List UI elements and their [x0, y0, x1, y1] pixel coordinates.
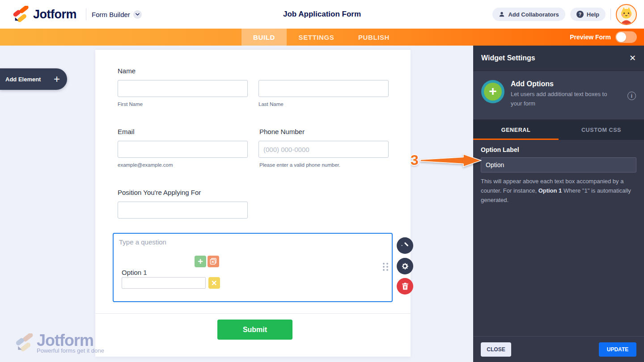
widget-info-section: + Add Options Let users add additional t… — [473, 71, 644, 120]
position-input[interactable] — [118, 202, 248, 219]
gear-icon — [401, 262, 409, 270]
annotation-arrow-icon — [419, 153, 482, 168]
close-button[interactable]: CLOSE — [481, 342, 511, 357]
widget-settings-header: Widget Settings ✕ — [473, 46, 644, 71]
person-icon — [499, 11, 505, 17]
info-icon[interactable]: i — [627, 92, 636, 100]
top-header: Jotform Form Builder Job Application For… — [0, 0, 644, 29]
add-element-button[interactable]: Add Element + — [0, 68, 67, 90]
widget-question-placeholder[interactable]: Type a question — [119, 238, 166, 246]
jotform-logo-icon — [13, 6, 30, 23]
name-field-label[interactable]: Name — [118, 67, 136, 75]
first-name-sublabel: First Name — [118, 101, 143, 107]
tab-publish[interactable]: PUBLISH — [346, 29, 402, 46]
widget-add-option-button[interactable]: + — [195, 256, 206, 267]
option-label-help-text: This will appear above each text box acc… — [481, 177, 638, 205]
phone-sublabel: Please enter a valid phone number. — [259, 162, 340, 168]
last-name-input[interactable] — [258, 80, 389, 97]
jotform-logo[interactable]: Jotform — [13, 6, 76, 23]
preview-form-label: Preview Form — [570, 34, 611, 41]
widget-settings-title: Widget Settings — [481, 54, 535, 62]
builder-nav-bar: BUILD SETTINGS PUBLISH Preview Form — [0, 29, 644, 46]
tab-build[interactable]: BUILD — [242, 29, 287, 46]
nav-tabs: BUILD SETTINGS PUBLISH — [242, 29, 402, 46]
form-canvas-card: Name First Name Last Name Email Phone Nu… — [95, 49, 411, 357]
help-button[interactable]: ? Help — [570, 8, 606, 21]
add-collaborators-label: Add Collaborators — [508, 11, 559, 18]
phone-input[interactable] — [258, 141, 389, 158]
trash-icon — [402, 282, 409, 290]
widget-settings-panel: Widget Settings ✕ + Add Options Let user… — [473, 46, 644, 362]
selected-widget-add-options[interactable]: Type a question + Option 1 ✕ — [113, 233, 393, 302]
update-button[interactable]: UPDATE — [599, 342, 636, 357]
widget-name: Add Options — [511, 80, 619, 88]
option-label-title: Option Label — [481, 146, 636, 153]
form-divider — [95, 313, 411, 314]
question-icon: ? — [576, 11, 584, 18]
panel-footer: CLOSE UPDATE — [473, 336, 644, 362]
widget-delete-button[interactable] — [397, 278, 413, 295]
form-builder-app: Jotform Form Builder Job Application For… — [0, 0, 644, 362]
widget-description: Let users add additional text boxes to y… — [511, 90, 619, 109]
user-avatar[interactable] — [616, 4, 637, 25]
jotform-watermark-wordmark: Jotform — [37, 333, 104, 349]
widget-option-remove-button[interactable]: ✕ — [208, 277, 220, 289]
email-input[interactable] — [118, 141, 248, 158]
help-text-bold: Option 1 — [538, 187, 562, 194]
toggle-knob — [616, 32, 626, 42]
widget-option-input[interactable] — [122, 277, 206, 289]
jotform-wordmark: Jotform — [33, 8, 76, 21]
widget-settings-button[interactable] — [397, 258, 413, 274]
tab-custom-css[interactable]: CUSTOM CSS — [559, 120, 644, 140]
first-name-input[interactable] — [118, 80, 248, 97]
submit-button[interactable]: Submit — [217, 320, 292, 340]
phone-field-label[interactable]: Phone Number — [259, 128, 305, 135]
tab-general[interactable]: GENERAL — [473, 120, 559, 140]
panel-body: Option Label This will appear above each… — [473, 140, 644, 205]
step-number: 3 — [411, 152, 419, 168]
widget-drag-handle[interactable] — [383, 263, 389, 272]
panel-tabs: GENERAL CUSTOM CSS — [473, 120, 644, 140]
widget-option-label: Option 1 — [122, 269, 147, 276]
position-field-label[interactable]: Position You're Applying For — [118, 189, 201, 196]
preview-form-toggle[interactable] — [615, 31, 637, 43]
form-builder-menu[interactable]: Form Builder — [92, 0, 142, 29]
add-options-widget-icon: + — [481, 80, 504, 103]
add-collaborators-button[interactable]: Add Collaborators — [492, 8, 565, 21]
tab-settings[interactable]: SETTINGS — [287, 29, 346, 46]
widget-wizard-button[interactable] — [397, 237, 413, 254]
step-annotation: 3 — [411, 152, 482, 168]
email-sublabel: example@example.com — [118, 162, 173, 168]
last-name-sublabel: Last Name — [258, 101, 284, 107]
add-element-label: Add Element — [5, 76, 41, 83]
jotform-watermark-icon — [15, 333, 34, 352]
help-label: Help — [587, 11, 599, 18]
chevron-down-icon — [133, 10, 142, 19]
plus-icon: + — [54, 74, 60, 84]
email-field-label[interactable]: Email — [118, 128, 135, 135]
product-label-text: Form Builder — [92, 11, 130, 18]
header-divider — [86, 8, 86, 20]
magic-wand-icon — [401, 242, 409, 250]
jotform-watermark-tagline: Powerful forms get it done — [37, 347, 104, 354]
header-divider — [610, 8, 611, 20]
plus-icon: + — [484, 83, 502, 101]
jotform-watermark: Jotform Powerful forms get it done — [15, 333, 104, 354]
widget-remove-all-icon[interactable] — [208, 256, 219, 267]
option-label-input[interactable] — [481, 157, 636, 173]
close-icon[interactable]: ✕ — [629, 54, 636, 62]
